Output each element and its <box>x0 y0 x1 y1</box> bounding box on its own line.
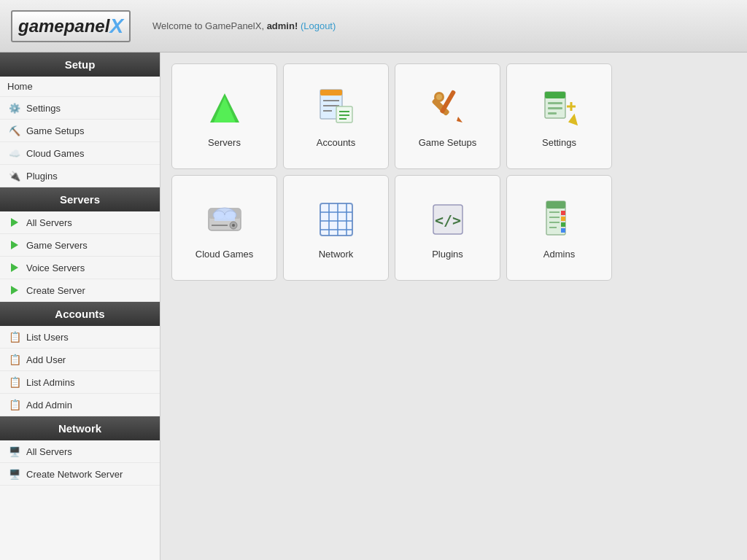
svg-rect-45 <box>561 211 565 215</box>
sidebar-cloudgames-label: Cloud Games <box>26 148 84 159</box>
welcome-message: Welcome to GamePanelX, admin! (Logout) <box>152 20 336 31</box>
sidebar-section-setup: Setup <box>0 52 160 77</box>
net-create-icon: 🖥️ <box>7 467 22 481</box>
sidebar-item-gamesetups[interactable]: ⛏️ Game Setups <box>0 120 160 142</box>
gamesetups-grid-label: Game Setups <box>419 137 477 148</box>
svg-point-13 <box>436 94 442 100</box>
svg-rect-47 <box>561 222 565 227</box>
cloudgames-icon: ☁️ <box>7 146 22 160</box>
svg-text:</>: </> <box>434 211 460 229</box>
admins-grid-icon <box>536 196 583 243</box>
svg-rect-17 <box>545 92 565 98</box>
welcome-prefix: Welcome to GamePanelX, <box>152 20 267 31</box>
sidebar-add-admin-label: Add Admin <box>26 400 72 411</box>
sidebar-section-servers: Servers <box>0 187 160 211</box>
sidebar-list-admins-label: List Admins <box>26 377 74 388</box>
cloudgames-grid-icon <box>201 196 248 243</box>
admins-grid-label: Admins <box>543 249 575 260</box>
settings-grid-icon <box>536 85 583 131</box>
sidebar-item-game-servers[interactable]: Game Servers <box>0 234 160 257</box>
cloudgames-grid-label: Cloud Games <box>196 249 253 260</box>
grid-item-plugins[interactable]: </> Plugins <box>395 175 500 281</box>
gamesetups-icon: ⛏️ <box>7 123 22 138</box>
accounts-grid-icon <box>313 85 360 131</box>
sidebar-create-network-server-label: Create Network Server <box>26 469 123 480</box>
content-area: Servers Accou <box>160 52 747 560</box>
logout-link[interactable]: (Logout) <box>301 20 336 31</box>
sidebar-item-voice-servers[interactable]: Voice Servers <box>0 257 160 279</box>
svg-point-27 <box>232 224 235 227</box>
net-all-servers-icon: 🖥️ <box>7 444 22 459</box>
sidebar-item-cloudgames[interactable]: ☁️ Cloud Games <box>0 142 160 165</box>
sidebar-item-network-all-servers[interactable]: 🖥️ All Servers <box>0 440 160 463</box>
plugins-grid-label: Plugins <box>432 249 463 260</box>
servers-grid-label: Servers <box>208 137 241 148</box>
plugins-grid-icon: </> <box>425 196 471 243</box>
sidebar-item-settings[interactable]: ⚙️ Settings <box>0 97 160 120</box>
sidebar-list-users-label: List Users <box>26 332 69 343</box>
play-icon-4 <box>7 283 22 298</box>
svg-rect-48 <box>561 228 565 233</box>
sidebar-plugins-label: Plugins <box>26 171 58 182</box>
play-icon-1 <box>7 215 22 230</box>
sidebar-section-network: Network <box>0 416 160 440</box>
sidebar-item-home[interactable]: Home <box>0 77 160 97</box>
grid-item-servers[interactable]: Servers <box>171 63 277 169</box>
main-layout: Setup Home ⚙️ Settings ⛏️ Game Setups ☁️… <box>0 52 747 560</box>
sidebar-item-all-servers[interactable]: All Servers <box>0 211 160 234</box>
gamesetups-grid-icon <box>425 85 471 131</box>
sidebar-game-servers-label: Game Servers <box>26 240 88 251</box>
sidebar-create-server-label: Create Server <box>26 285 85 296</box>
sidebar-settings-label: Settings <box>26 103 61 114</box>
svg-rect-3 <box>320 90 342 96</box>
svg-rect-43 <box>546 201 565 209</box>
list-admins-icon: 📋 <box>7 375 22 389</box>
sidebar-item-create-server[interactable]: Create Server <box>0 279 160 302</box>
admin-name: admin! <box>267 20 298 31</box>
header: gamepanelX Welcome to GamePanelX, admin!… <box>0 0 747 52</box>
sidebar-item-create-network-server[interactable]: 🖥️ Create Network Server <box>0 463 160 486</box>
grid-item-accounts[interactable]: Accounts <box>283 63 389 169</box>
grid-item-network[interactable]: Network <box>283 175 389 281</box>
sidebar-item-list-users[interactable]: 📋 List Users <box>0 326 160 349</box>
svg-rect-33 <box>320 203 352 236</box>
settings-grid-label: Settings <box>542 137 576 148</box>
plugins-icon: 🔌 <box>7 168 22 183</box>
logo[interactable]: gamepanelX <box>11 10 131 42</box>
grid-item-cloudgames[interactable]: Cloud Games <box>171 175 277 281</box>
svg-rect-18 <box>548 102 562 104</box>
sidebar-item-plugins[interactable]: 🔌 Plugins <box>0 165 160 187</box>
add-user-icon: 📋 <box>7 352 22 367</box>
svg-rect-46 <box>561 217 565 221</box>
grid-item-admins[interactable]: Admins <box>506 175 612 281</box>
sidebar-add-user-label: Add User <box>26 354 66 365</box>
settings-icon: ⚙️ <box>7 101 22 115</box>
accounts-grid-label: Accounts <box>317 137 355 148</box>
sidebar-voice-servers-label: Voice Servers <box>26 262 85 273</box>
play-icon-2 <box>7 238 22 252</box>
sidebar-network-all-servers-label: All Servers <box>26 446 72 457</box>
network-grid-icon <box>313 196 360 243</box>
grid-item-gamesetups[interactable]: Game Setups <box>395 63 500 169</box>
sidebar-item-add-admin[interactable]: 📋 Add Admin <box>0 394 160 416</box>
svg-marker-23 <box>568 112 581 125</box>
servers-grid-icon <box>201 85 248 131</box>
logo-image: gamepanelX <box>11 10 131 42</box>
svg-marker-15 <box>457 117 462 122</box>
network-grid-label: Network <box>319 249 354 260</box>
sidebar-section-accounts: Accounts <box>0 302 160 326</box>
add-admin-icon: 📋 <box>7 397 22 412</box>
play-icon-3 <box>7 260 22 275</box>
sidebar-item-list-admins[interactable]: 📋 List Admins <box>0 371 160 394</box>
sidebar: Setup Home ⚙️ Settings ⛏️ Game Setups ☁️… <box>0 52 160 560</box>
grid-item-settings[interactable]: Settings <box>506 63 612 169</box>
svg-rect-32 <box>214 215 235 221</box>
list-users-icon: 📋 <box>7 330 22 344</box>
main-grid: Servers Accou <box>171 63 736 281</box>
sidebar-all-servers-label: All Servers <box>26 217 72 228</box>
sidebar-item-add-user[interactable]: 📋 Add User <box>0 349 160 371</box>
sidebar-gamesetups-label: Game Setups <box>26 125 85 136</box>
svg-rect-20 <box>548 112 557 114</box>
svg-rect-19 <box>548 107 562 109</box>
